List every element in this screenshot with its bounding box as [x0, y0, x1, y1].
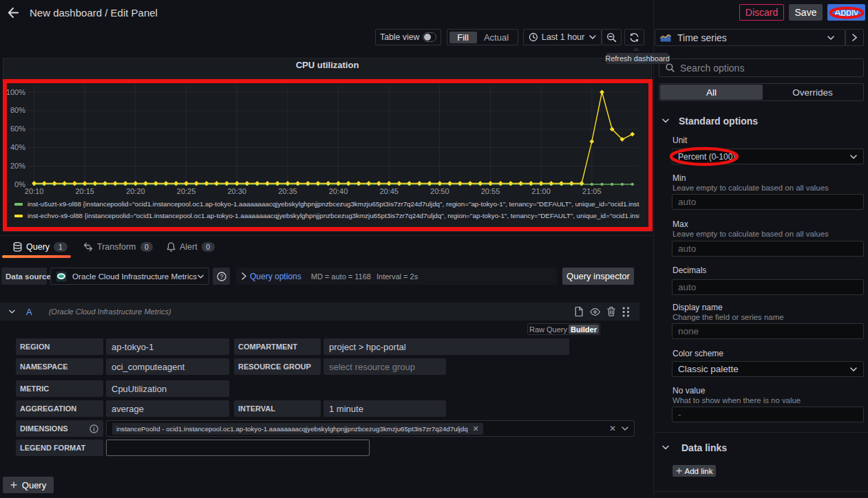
svg-text:?: ?	[220, 273, 223, 280]
